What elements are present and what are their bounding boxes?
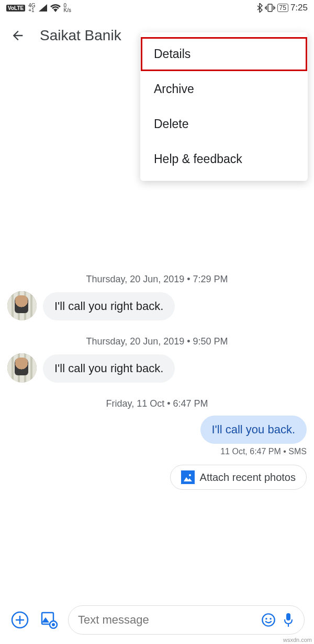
add-button[interactable] <box>9 610 30 630</box>
svg-point-5 <box>52 623 55 626</box>
svg-rect-0 <box>268 4 272 12</box>
chip-label: Attach recent photos <box>200 472 296 484</box>
status-bar: VoLTE 4G+1 0K/s 75 7:25 <box>0 0 314 16</box>
network-type: 4G+1 <box>28 3 35 13</box>
battery-icon: 75 <box>277 4 288 12</box>
outgoing-bubble[interactable]: I'll call you back. <box>200 416 307 444</box>
watermark: wsxdn.com <box>283 637 312 643</box>
image-icon <box>181 470 195 484</box>
incoming-bubble[interactable]: I'll call you right back. <box>43 292 175 320</box>
incoming-bubble[interactable]: I'll call you right back. <box>43 354 175 383</box>
menu-item-archive[interactable]: Archive <box>140 72 308 107</box>
svg-point-6 <box>262 614 274 626</box>
compose-bar <box>0 605 314 635</box>
contact-name: Saikat Banik <box>40 27 121 44</box>
network-speed: 0K/s <box>64 3 71 13</box>
svg-point-7 <box>265 618 267 620</box>
back-button[interactable] <box>8 26 27 45</box>
attach-photos-chip[interactable]: Attach recent photos <box>170 465 307 490</box>
date-separator: Thursday, 20 Jun, 2019 • 9:50 PM <box>7 336 307 347</box>
svg-rect-9 <box>286 613 290 620</box>
gallery-button[interactable] <box>39 610 60 630</box>
status-right: 75 7:25 <box>256 3 308 13</box>
menu-item-delete[interactable]: Delete <box>140 107 308 142</box>
mic-icon[interactable] <box>282 612 295 628</box>
vibrate-icon <box>265 3 275 13</box>
emoji-icon[interactable] <box>261 613 276 627</box>
bluetooth-icon <box>256 3 263 13</box>
signal-icon <box>39 4 47 12</box>
message-row: I'll call you right back. <box>7 353 307 383</box>
svg-point-8 <box>270 618 272 620</box>
avatar[interactable] <box>7 291 37 320</box>
avatar[interactable] <box>7 353 37 383</box>
status-left: VoLTE 4G+1 0K/s <box>6 3 71 13</box>
date-separator: Friday, 11 Oct • 6:47 PM <box>7 398 307 409</box>
wifi-icon <box>50 4 61 12</box>
menu-item-help-feedback[interactable]: Help & feedback <box>140 142 308 177</box>
volte-icon: VoLTE <box>6 5 25 12</box>
message-input[interactable] <box>78 613 255 627</box>
menu-item-details[interactable]: Details <box>140 37 308 72</box>
overflow-menu: Details Archive Delete Help & feedback <box>140 32 308 181</box>
message-meta: 11 Oct, 6:47 PM • SMS <box>220 447 307 456</box>
date-separator: Thursday, 20 Jun, 2019 • 7:29 PM <box>7 274 307 285</box>
svg-point-1 <box>189 474 191 476</box>
compose-field[interactable] <box>68 605 305 635</box>
outgoing-group: I'll call you back. 11 Oct, 6:47 PM • SM… <box>7 416 307 490</box>
message-row: I'll call you right back. <box>7 291 307 320</box>
message-list[interactable]: Thursday, 20 Jun, 2019 • 7:29 PM I'll ca… <box>0 267 314 592</box>
clock: 7:25 <box>290 3 308 13</box>
